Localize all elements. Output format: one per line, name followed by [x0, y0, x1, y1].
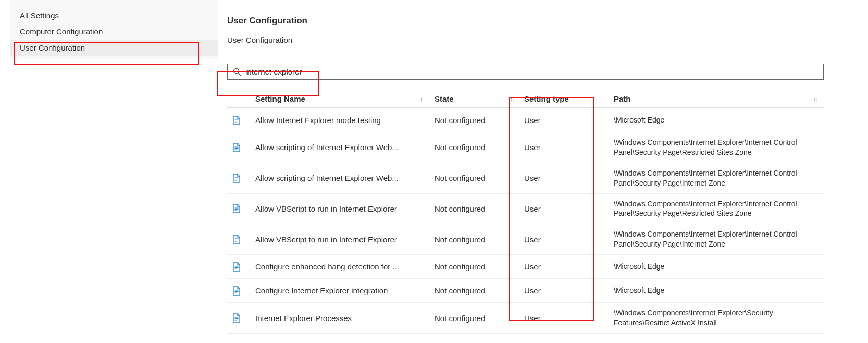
column-label: Setting Name: [255, 94, 305, 103]
search-icon: [233, 68, 241, 76]
document-icon: [232, 286, 241, 296]
divider: [227, 57, 859, 57]
cell-setting-name[interactable]: Configure enhanced hang detection for ..…: [250, 262, 429, 271]
cell-setting-name[interactable]: Configure Internet Explorer integration: [250, 286, 429, 295]
row-icon: [227, 286, 250, 296]
table-row[interactable]: Allow VBScript to run in Internet Explor…: [227, 194, 824, 225]
sidebar: All Settings Computer Configuration User…: [10, 0, 218, 59]
sidebar-item-user-configuration[interactable]: User Configuration: [10, 40, 218, 56]
cell-setting-type: User: [519, 286, 609, 295]
column-label: Setting type: [524, 94, 569, 103]
cell-path: \Windows Components\Internet Explorer\In…: [609, 229, 822, 249]
cell-setting-name[interactable]: Allow Internet Explorer mode testing: [250, 116, 429, 125]
table-row[interactable]: Allow scripting of Internet Explorer Web…: [227, 163, 824, 194]
column-label: State: [435, 94, 454, 103]
cell-setting-name[interactable]: Allow scripting of Internet Explorer Web…: [250, 143, 429, 152]
row-icon: [227, 313, 250, 323]
row-icon: [227, 235, 250, 244]
table-row[interactable]: Configure enhanced hang detection for ..…: [227, 255, 824, 279]
sort-icon: ↑↓: [420, 96, 424, 102]
main-panel: User Configuration User Configuration Se…: [218, 0, 859, 334]
cell-path: \Windows Components\Internet Explorer\In…: [609, 199, 822, 219]
cell-setting-name[interactable]: Allow VBScript to run in Internet Explor…: [250, 204, 429, 213]
document-icon: [232, 313, 241, 323]
cell-state: Not configured: [429, 116, 519, 125]
cell-setting-type: User: [519, 143, 609, 152]
row-icon: [227, 174, 250, 183]
cell-state: Not configured: [429, 143, 519, 152]
row-icon: [227, 143, 250, 152]
page-subtitle: User Configuration: [227, 35, 859, 44]
page-title: User Configuration: [227, 16, 859, 26]
cell-state: Not configured: [429, 314, 519, 323]
column-label: Path: [614, 94, 631, 103]
cell-path: \Windows Components\Internet Explorer\Se…: [609, 308, 822, 328]
document-icon: [232, 204, 241, 213]
cell-setting-type: User: [519, 174, 609, 182]
cell-path: \Microsoft Edge: [609, 262, 822, 272]
row-icon: [227, 116, 250, 125]
cell-state: Not configured: [429, 204, 519, 213]
search-box[interactable]: [227, 64, 824, 80]
cell-path: \Microsoft Edge: [609, 115, 822, 125]
svg-line-1: [238, 73, 240, 75]
settings-table: Setting Name ↑↓ State ↑↓ Setting type ↑↓…: [227, 91, 824, 334]
column-setting-name[interactable]: Setting Name ↑↓: [250, 91, 429, 107]
table-row[interactable]: Allow Internet Explorer mode testingNot …: [227, 108, 824, 132]
sidebar-item-all-settings[interactable]: All Settings: [10, 7, 218, 23]
cell-setting-type: User: [519, 235, 609, 244]
sort-icon: ↑↓: [600, 96, 603, 102]
row-icon: [227, 204, 250, 213]
document-icon: [232, 143, 241, 152]
cell-path: \Windows Components\Internet Explorer\In…: [609, 138, 822, 157]
table-row[interactable]: Internet Explorer ProcessesNot configure…: [227, 303, 824, 334]
sidebar-item-computer-configuration[interactable]: Computer Configuration: [10, 23, 218, 40]
sort-icon: ↑↓: [813, 96, 817, 102]
table-row[interactable]: Allow scripting of Internet Explorer Web…: [227, 132, 824, 163]
column-path[interactable]: Path ↑↓: [609, 91, 822, 107]
document-icon: [232, 174, 241, 183]
document-icon: [232, 116, 241, 125]
table-body: Allow Internet Explorer mode testingNot …: [227, 108, 824, 334]
column-icon: [227, 91, 250, 107]
cell-setting-name[interactable]: Allow VBScript to run in Internet Explor…: [250, 235, 429, 244]
table-row[interactable]: Configure Internet Explorer integrationN…: [227, 279, 824, 303]
search-input[interactable]: [241, 67, 818, 76]
document-icon: [232, 262, 241, 272]
cell-setting-type: User: [519, 204, 609, 213]
table-row[interactable]: Allow VBScript to run in Internet Explor…: [227, 224, 824, 255]
cell-state: Not configured: [429, 262, 519, 271]
document-icon: [232, 235, 241, 244]
cell-setting-type: User: [519, 314, 609, 323]
sort-icon: ↑↓: [510, 96, 514, 102]
cell-state: Not configured: [429, 286, 519, 295]
cell-setting-type: User: [519, 116, 609, 125]
column-state[interactable]: State ↑↓: [429, 91, 519, 107]
cell-state: Not configured: [429, 235, 519, 244]
cell-path: \Windows Components\Internet Explorer\In…: [609, 168, 822, 188]
column-setting-type[interactable]: Setting type ↑↓: [519, 91, 609, 107]
cell-path: \Microsoft Edge: [609, 286, 822, 296]
table-header: Setting Name ↑↓ State ↑↓ Setting type ↑↓…: [227, 91, 824, 108]
cell-state: Not configured: [429, 174, 519, 182]
row-icon: [227, 262, 250, 272]
cell-setting-name[interactable]: Allow scripting of Internet Explorer Web…: [250, 174, 429, 182]
cell-setting-name[interactable]: Internet Explorer Processes: [250, 314, 429, 323]
cell-setting-type: User: [519, 262, 609, 271]
